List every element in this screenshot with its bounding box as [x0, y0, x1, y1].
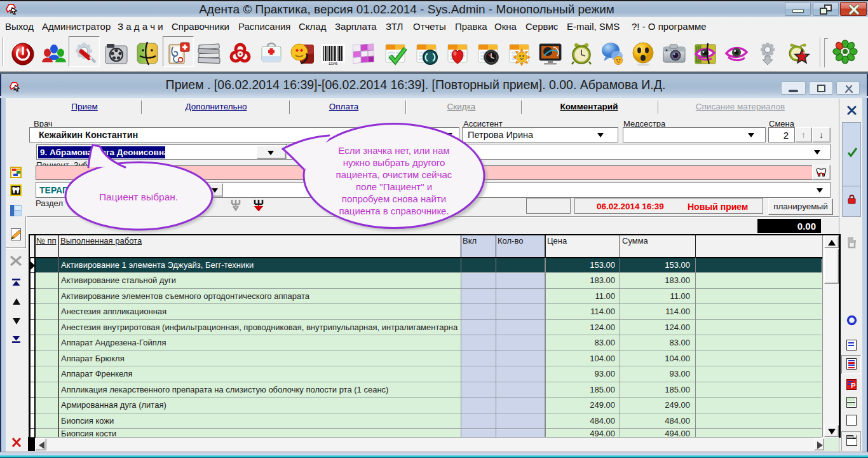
svg-text:12345: 12345 — [329, 62, 337, 66]
